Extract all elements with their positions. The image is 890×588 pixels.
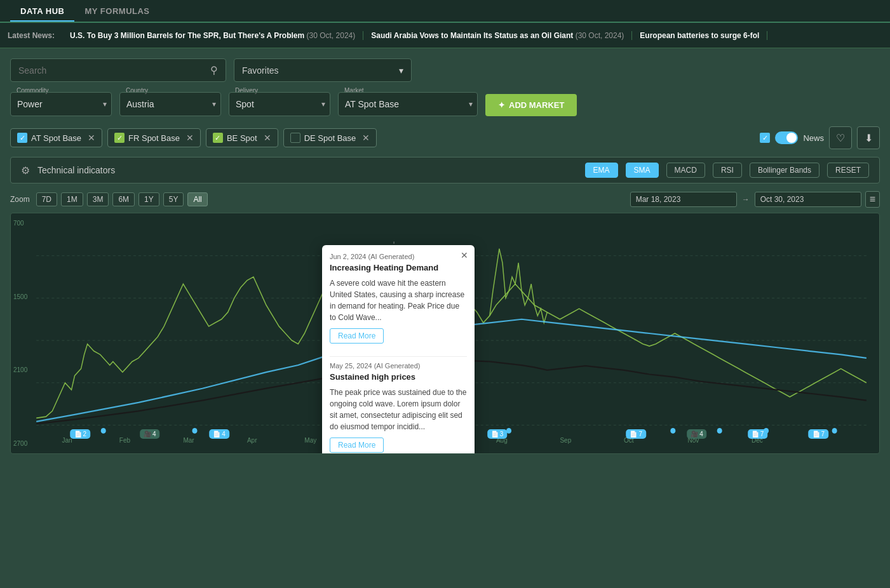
checkbox-at-spot[interactable]: ✓	[17, 133, 27, 143]
search-icon: ⚲	[210, 64, 218, 76]
favorites-dropdown[interactable]: Favorites ▾	[234, 58, 412, 82]
news-badge-doc-7a[interactable]: 📄 7	[626, 429, 646, 439]
news-toggle-switch[interactable]	[775, 131, 798, 144]
add-market-button[interactable]: ✦ ADD MARKET	[485, 94, 577, 116]
y-label-3: 1500	[13, 293, 27, 300]
news-label: Latest News:	[8, 31, 55, 40]
bollinger-button[interactable]: Bollinger Bands	[750, 163, 819, 178]
tech-indicators-row: ⚙ Technical indicators EMA SMA MACD RSI …	[10, 157, 880, 184]
tag-label-de: DE Spot Base	[304, 133, 356, 143]
search-input[interactable]	[18, 65, 205, 76]
tag-close-fr[interactable]: ✕	[186, 133, 194, 143]
news-badge-doc-7c[interactable]: 📄 7	[809, 429, 829, 439]
news-badge-doc-3[interactable]: 📄 3	[487, 429, 508, 439]
tab-data-hub[interactable]: DATA HUB	[10, 0, 74, 22]
news-badge-video-4a[interactable]: 🎥 4	[140, 429, 160, 439]
news-items: U.S. To Buy 3 Million Barrels for The SP…	[62, 31, 767, 40]
market-tag-at-spot-base[interactable]: ✓ AT Spot Base ✕	[10, 128, 102, 147]
news-checkbox[interactable]: ✓	[760, 133, 770, 143]
rsi-button[interactable]: RSI	[713, 163, 742, 178]
doc-count-6: 7	[821, 431, 825, 438]
date-range: →	[630, 192, 861, 207]
doc-count-4: 7	[638, 431, 642, 438]
popup-divider	[330, 356, 467, 357]
tag-close-de[interactable]: ✕	[362, 133, 370, 143]
video-icon-1: 🎥	[144, 431, 151, 438]
tag-label-be: BE Spot	[227, 133, 257, 143]
news-item-3[interactable]: European batteries to surge 6-fol	[632, 31, 767, 40]
search-box[interactable]: ⚲	[10, 58, 226, 82]
add-market-label: ADD MARKET	[509, 100, 564, 110]
tab-my-formulas[interactable]: MY FORMULAS	[74, 0, 159, 22]
zoom-7d[interactable]: 7D	[36, 192, 57, 206]
tag-close-at[interactable]: ✕	[88, 133, 95, 143]
popup-content: Jun 2, 2024 (AI Generated) Increasing He…	[322, 245, 475, 454]
zoom-6m[interactable]: 6M	[112, 192, 135, 206]
doc-icon-6: 📄	[812, 431, 820, 438]
popup-body-1: A severe cold wave hit the eastern Unite…	[330, 277, 467, 323]
ema-button[interactable]: EMA	[585, 163, 618, 178]
zoom-row: Zoom 7D 1M 3M 6M 1Y 5Y All → ≡	[10, 191, 880, 208]
sma-button[interactable]: SMA	[626, 163, 659, 178]
news-badge-video-4b[interactable]: 🎥 4	[687, 429, 707, 439]
reset-button[interactable]: RESET	[827, 163, 869, 178]
macd-button[interactable]: MACD	[666, 163, 705, 178]
news-date-2: (30 Oct, 2024)	[576, 31, 624, 40]
zoom-1m[interactable]: 1M	[61, 192, 83, 206]
zoom-1y[interactable]: 1Y	[138, 192, 159, 206]
chevron-down-icon: ▾	[399, 65, 403, 76]
main-content: ⚲ Favorites ▾ Commodity Power Gas Oil Co…	[0, 48, 890, 464]
market-tags-row: ✓ AT Spot Base ✕ ✓ FR Spot Base ✕ ✓ BE S…	[10, 126, 880, 149]
commodity-select-wrapper: Power Gas Oil	[10, 92, 112, 116]
zoom-all[interactable]: All	[187, 192, 207, 206]
zoom-3m[interactable]: 3M	[87, 192, 109, 206]
favorite-icon-btn[interactable]: ♡	[829, 126, 852, 149]
search-row: ⚲ Favorites ▾	[10, 58, 880, 82]
video-count-2: 4	[699, 431, 703, 438]
country-filter: Country Austria Germany France	[119, 92, 221, 116]
news-badge-doc-7b[interactable]: 📄 7	[748, 429, 768, 439]
doc-icon-4: 📄	[630, 431, 637, 438]
video-icon-2: 🎥	[691, 431, 698, 438]
chart-menu-button[interactable]: ≡	[865, 191, 880, 208]
popup-close-button[interactable]: ✕	[461, 250, 468, 260]
country-select-wrapper: Austria Germany France	[119, 92, 221, 116]
date-to-input[interactable]	[755, 192, 861, 207]
market-tag-be-spot[interactable]: ✓ BE Spot ✕	[206, 128, 278, 147]
market-tag-fr-spot-base[interactable]: ✓ FR Spot Base ✕	[107, 128, 201, 147]
news-item-1[interactable]: U.S. To Buy 3 Million Barrels for The SP…	[62, 31, 363, 40]
checkbox-be-spot[interactable]: ✓	[213, 133, 223, 143]
news-toggle[interactable]: ✓ News	[760, 131, 824, 144]
tech-indicators-icon: ⚙	[21, 164, 30, 177]
tag-label-at: AT Spot Base	[31, 133, 81, 143]
news-date-1: (30 Oct, 2024)	[307, 31, 356, 40]
news-badge-doc-2[interactable]: 📄 2	[71, 429, 91, 439]
market-filter: Market AT Spot Base DE Spot Base	[338, 92, 478, 116]
checkbox-de-spot[interactable]	[290, 133, 300, 143]
country-select[interactable]: Austria Germany France	[119, 92, 221, 116]
read-more-button-2[interactable]: Read More	[330, 438, 384, 453]
popup-title-2: Sustained high prices	[330, 372, 467, 382]
read-more-button-1[interactable]: Read More	[330, 328, 384, 344]
delivery-select[interactable]: Spot Forward	[229, 92, 330, 116]
checkbox-fr-spot[interactable]: ✓	[114, 133, 125, 143]
zoom-5y[interactable]: 5Y	[163, 192, 184, 206]
top-nav: DATA HUB MY FORMULAS	[0, 0, 890, 23]
favorites-label: Favorites	[242, 65, 279, 76]
news-item-2[interactable]: Saudi Arabia Vows to Maintain Its Status…	[363, 31, 632, 40]
doc-icon-5: 📄	[752, 431, 759, 438]
date-separator: →	[742, 195, 750, 204]
y-label-4: 700	[13, 220, 27, 227]
tag-close-be[interactable]: ✕	[264, 133, 271, 143]
date-from-input[interactable]	[630, 192, 737, 207]
market-tag-de-spot-base[interactable]: DE Spot Base ✕	[283, 128, 377, 147]
market-select[interactable]: AT Spot Base DE Spot Base	[338, 92, 478, 116]
popup-body-2: The peak price was sustained due to the …	[330, 387, 467, 432]
news-popup: ✕ Jun 2, 2024 (AI Generated) Increasing …	[322, 245, 475, 454]
news-badge-doc-4[interactable]: 📄 4	[209, 429, 229, 439]
download-icon-btn[interactable]: ⬇	[857, 126, 880, 149]
market-select-wrapper: AT Spot Base DE Spot Base	[338, 92, 478, 116]
popup-date-2: May 25, 2024 (AI Generated)	[330, 362, 467, 370]
tag-label-fr: FR Spot Base	[128, 133, 180, 143]
commodity-select[interactable]: Power Gas Oil	[10, 92, 112, 116]
